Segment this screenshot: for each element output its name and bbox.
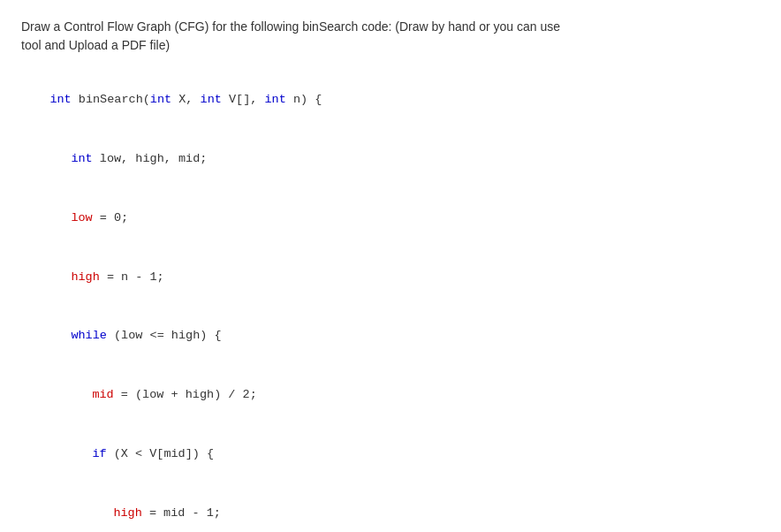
- code-line-high-mid-minus: high = mid - 1;: [21, 484, 760, 532]
- code-line-low-assign: low = 0;: [21, 189, 760, 248]
- code-line-declare: int low, high, mid;: [21, 130, 760, 189]
- code-keyword-int: int: [49, 93, 71, 106]
- code-line-if: if (X < V[mid]) {: [21, 425, 760, 484]
- description-line2: tool and Upload a PDF file): [21, 38, 170, 52]
- code-function-signature: int binSearch(int X, int V[], int n) {: [21, 71, 760, 130]
- description-block: Draw a Control Flow Graph (CFG) for the …: [21, 18, 760, 55]
- code-line-mid-assign: mid = (low + high) / 2;: [21, 366, 760, 425]
- code-block: int binSearch(int X, int V[], int n) { i…: [21, 71, 760, 532]
- description-line1: Draw a Control Flow Graph (CFG) for the …: [21, 19, 560, 34]
- code-line-high-assign: high = n - 1;: [21, 247, 760, 307]
- code-line-while: while (low <= high) {: [21, 307, 760, 366]
